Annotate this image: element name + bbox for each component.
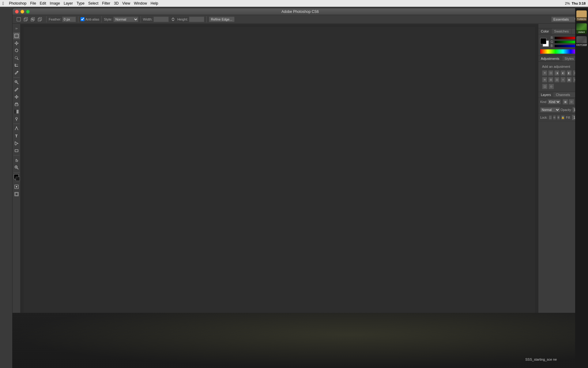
tool-healing[interactable] [13,79,20,86]
svg-rect-0 [17,17,21,21]
style-select[interactable]: Normal Fixed Ratio Fixed Size [113,17,138,22]
layers-tab[interactable]: Layers [538,92,553,98]
filter-adjustment[interactable]: ⊙ [569,99,574,105]
window-close-button[interactable] [15,10,19,13]
menu-type[interactable]: Type [77,1,85,6]
ps-titlebar: Adobe Photoshop CS6 [13,8,588,15]
tool-panel-collapse[interactable]: ≫ [13,25,20,32]
adj-color-lookup[interactable]: ≡ [560,77,566,82]
adj-brightness[interactable]: ☀ [542,70,547,76]
adj-photo-filter[interactable]: ⊞ [548,77,553,82]
menu-window[interactable]: Window [134,1,147,6]
anti-alias-checkbox[interactable] [81,17,85,21]
apple-menu[interactable]:  [2,1,4,6]
tool-clone[interactable] [13,94,20,100]
color-tab[interactable]: Color [538,29,552,34]
adj-exposure[interactable]: ◐ [560,70,566,76]
subtract-selection-btn[interactable] [30,16,36,22]
svg-line-24 [17,168,18,170]
tool-rectangular-marquee[interactable] [13,33,20,39]
tool-crop[interactable] [13,62,20,69]
channels-tab[interactable]: Channels [553,92,572,98]
blend-mode-select[interactable]: Normal Dissolve Multiply Screen Overlay [540,107,560,112]
adj-levels[interactable]: ⊡ [548,70,553,76]
swatches-tab[interactable]: Swatches [552,29,571,34]
svg-rect-22 [15,150,18,152]
lock-all[interactable]: 🔒 [561,115,565,120]
adj-bw[interactable]: ≋ [542,77,547,82]
styles-tab[interactable]: Styles [562,56,577,61]
tool-shape[interactable] [13,147,20,154]
menu-photoshop[interactable]: Photoshop [9,1,26,6]
profile-thumbnail-dullard[interactable]: dullard [576,23,587,34]
tool-lasso[interactable] [13,47,20,54]
menu-filter[interactable]: Filter [102,1,110,6]
tool-move[interactable] [13,40,20,47]
workspace-select[interactable]: Essentials [551,17,579,22]
tool-panel: ≫ [13,24,21,361]
tool-brush[interactable] [13,86,20,93]
tool-dodge[interactable] [13,116,20,122]
width-label: Width: [143,17,153,21]
window-minimize-button[interactable] [21,10,24,13]
kind-select[interactable]: Kind [548,99,561,104]
ps-title: Adobe Photoshop CS6 [281,10,319,14]
menu-help[interactable]: Help [151,1,158,6]
svg-rect-6 [38,18,41,21]
filter-pixel[interactable]: ▣ [563,99,568,105]
tool-path-select[interactable] [13,140,20,147]
svg-line-10 [17,59,18,60]
svg-rect-4 [32,17,35,20]
lock-transparent[interactable]: ⬚ [549,115,552,120]
tool-zoom[interactable] [13,164,20,171]
canvas-area[interactable] [21,24,538,361]
menu-3d[interactable]: 3D [114,1,119,6]
toolbar-sep-1 [46,16,47,22]
new-selection-btn[interactable] [16,16,22,22]
profile-thumbnail-bootcamp[interactable]: BOOTCAMP [576,36,587,47]
anti-alias-label: Anti-alias [85,17,99,21]
mac-menubar:  Photoshop File Edit Image Layer Type S… [0,0,588,7]
menu-select[interactable]: Select [88,1,98,6]
mac-sidebar-right: TURBON dullard BOOTCAMP [575,8,588,368]
tool-screen-mode[interactable] [13,191,20,197]
tool-gradient[interactable] [13,108,20,115]
tool-quick-mask[interactable] [13,183,20,190]
swap-dimensions-btn[interactable] [170,16,176,22]
adj-vibrance[interactable]: ◧ [567,70,572,76]
tool-quick-select[interactable] [13,55,20,61]
adj-gradient-map[interactable]: ◫ [542,84,548,89]
lock-position[interactable]: ✛ [557,115,560,120]
menu-image[interactable]: Image [50,1,60,6]
tool-eraser[interactable] [13,101,20,108]
tool-eyedropper[interactable] [13,69,20,76]
feather-input[interactable] [62,17,76,22]
lock-image[interactable]: ✏ [553,115,556,120]
window-maximize-button[interactable] [26,10,30,13]
add-selection-btn[interactable] [23,16,29,22]
adj-curves[interactable]: ◑ [554,70,560,76]
adjustments-tab[interactable]: Adjustments [538,56,562,61]
menu-layer[interactable]: Layer [64,1,73,6]
tool-type[interactable]: T [13,132,20,139]
intersect-selection-btn[interactable] [37,16,43,22]
menu-file[interactable]: File [30,1,36,6]
background-color[interactable] [16,177,20,181]
menu-view[interactable]: View [122,1,130,6]
svg-point-21 [16,127,17,128]
anti-alias-checkbox-group[interactable]: Anti-alias [81,17,99,21]
profile-thumbnail-turbon[interactable]: TURBON [576,10,587,21]
width-input[interactable] [153,17,169,22]
refine-edge-button[interactable]: Refine Edge... [209,17,235,22]
height-input[interactable] [189,17,204,22]
adj-selective-color[interactable]: ⊙ [548,84,554,89]
tool-hand[interactable] [13,157,20,163]
svg-rect-3 [31,18,34,21]
svg-rect-2 [25,17,28,20]
tool-pen[interactable] [13,125,20,132]
tool-colors[interactable] [13,174,20,183]
menu-edit[interactable]: Edit [40,1,46,6]
fg-color-swatch[interactable] [540,38,546,44]
adj-invert[interactable]: ▣ [567,77,572,82]
adj-channel-mixer[interactable]: ⊟ [554,77,560,82]
